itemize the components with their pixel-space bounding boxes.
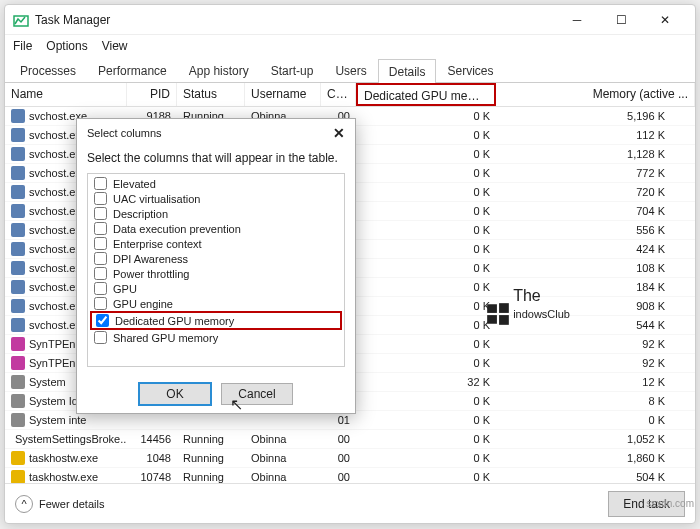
menu-options[interactable]: Options — [46, 39, 87, 53]
cell-pid: 14456 — [127, 432, 177, 446]
process-icon — [11, 470, 25, 483]
tab-app-history[interactable]: App history — [178, 58, 260, 82]
cell-gpu: 0 K — [356, 185, 496, 199]
cell-name: SystemSettingsBroke... — [5, 431, 127, 447]
cell-mem: 1,052 K — [496, 432, 695, 446]
tab-processes[interactable]: Processes — [9, 58, 87, 82]
tab-services[interactable]: Services — [436, 58, 504, 82]
cell-mem: 12 K — [496, 375, 695, 389]
cell-status — [177, 419, 245, 421]
minimize-button[interactable]: ─ — [555, 6, 599, 34]
column-option[interactable]: Data execution prevention — [90, 221, 342, 236]
column-option[interactable]: Enterprise context — [90, 236, 342, 251]
cell-user: Obinna — [245, 432, 321, 446]
column-checkbox[interactable] — [94, 177, 107, 190]
cell-status: Running — [177, 470, 245, 483]
cell-gpu: 0 K — [356, 470, 496, 483]
cell-gpu: 0 K — [356, 337, 496, 351]
table-row[interactable]: taskhostw.exe1048RunningObinna000 K1,860… — [5, 449, 695, 468]
menubar: File Options View — [5, 35, 695, 57]
tab-performance[interactable]: Performance — [87, 58, 178, 82]
fewer-details-label: Fewer details — [39, 498, 104, 510]
column-option[interactable]: DPI Awareness — [90, 251, 342, 266]
cell-gpu: 0 K — [356, 128, 496, 142]
column-option[interactable]: GPU engine — [90, 296, 342, 311]
column-label: Elevated — [113, 178, 156, 190]
menu-view[interactable]: View — [102, 39, 128, 53]
col-username[interactable]: Username — [245, 83, 321, 106]
process-icon — [11, 109, 25, 123]
column-option[interactable]: Shared GPU memory — [90, 330, 342, 345]
column-checkbox[interactable] — [94, 207, 107, 220]
col-dedicated-gpu-memory[interactable]: Dedicated GPU memory — [356, 83, 496, 106]
process-icon — [11, 394, 25, 408]
cell-cpu: 00 — [321, 432, 356, 446]
cell-gpu: 0 K — [356, 204, 496, 218]
column-checkbox[interactable] — [94, 237, 107, 250]
chevron-up-icon: ^ — [15, 495, 33, 513]
close-button[interactable]: ✕ — [643, 6, 687, 34]
column-label: DPI Awareness — [113, 253, 188, 265]
cell-name: taskhostw.exe — [5, 469, 127, 483]
column-checkbox[interactable] — [94, 267, 107, 280]
column-option[interactable]: Power throttling — [90, 266, 342, 281]
app-icon — [13, 12, 29, 28]
fewer-details-button[interactable]: ^ Fewer details — [15, 495, 104, 513]
column-checkbox[interactable] — [94, 282, 107, 295]
col-name[interactable]: Name — [5, 83, 127, 106]
col-cpu[interactable]: CPU — [321, 83, 356, 106]
process-icon — [11, 166, 25, 180]
cell-gpu: 32 K — [356, 375, 496, 389]
table-row[interactable]: SystemSettingsBroke...14456RunningObinna… — [5, 430, 695, 449]
column-label: Shared GPU memory — [113, 332, 218, 344]
cell-gpu: 0 K — [356, 451, 496, 465]
maximize-button[interactable]: ☐ — [599, 6, 643, 34]
cell-mem: 1,860 K — [496, 451, 695, 465]
dialog-description: Select the columns that will appear in t… — [77, 147, 355, 173]
table-row[interactable]: taskhostw.exe10748RunningObinna000 K504 … — [5, 468, 695, 483]
column-option[interactable]: GPU — [90, 281, 342, 296]
cell-mem: 504 K — [496, 470, 695, 483]
column-label: Enterprise context — [113, 238, 202, 250]
column-label: Dedicated GPU memory — [115, 315, 234, 327]
dialog-close-button[interactable]: ✕ — [333, 125, 345, 141]
col-memory[interactable]: Memory (active ... — [496, 83, 695, 106]
column-option[interactable]: Dedicated GPU memory — [90, 311, 342, 330]
column-option[interactable]: Description — [90, 206, 342, 221]
tab-details[interactable]: Details — [378, 59, 437, 83]
cell-gpu: 0 K — [356, 109, 496, 123]
cell-mem: 108 K — [496, 261, 695, 275]
cell-user — [245, 419, 321, 421]
column-checkbox[interactable] — [94, 252, 107, 265]
window-title: Task Manager — [35, 13, 110, 27]
cell-pid: 10748 — [127, 470, 177, 483]
cell-user: Obinna — [245, 451, 321, 465]
menu-file[interactable]: File — [13, 39, 32, 53]
cell-name: taskhostw.exe — [5, 450, 127, 466]
column-checkbox[interactable] — [94, 192, 107, 205]
tab-startup[interactable]: Start-up — [260, 58, 325, 82]
column-checkbox[interactable] — [96, 314, 109, 327]
col-pid[interactable]: PID — [127, 83, 177, 106]
cell-mem: 556 K — [496, 223, 695, 237]
process-icon — [11, 299, 25, 313]
column-checkbox[interactable] — [94, 222, 107, 235]
cancel-button[interactable]: Cancel — [221, 383, 293, 405]
column-label: GPU engine — [113, 298, 173, 310]
column-label: UAC virtualisation — [113, 193, 200, 205]
cell-cpu: 00 — [321, 470, 356, 483]
cell-mem: 720 K — [496, 185, 695, 199]
process-icon — [11, 204, 25, 218]
column-option[interactable]: UAC virtualisation — [90, 191, 342, 206]
column-label: Power throttling — [113, 268, 189, 280]
cell-user: Obinna — [245, 470, 321, 483]
ok-button[interactable]: OK — [139, 383, 211, 405]
column-option[interactable]: Elevated — [90, 176, 342, 191]
column-checkbox[interactable] — [94, 331, 107, 344]
tab-users[interactable]: Users — [324, 58, 377, 82]
col-status[interactable]: Status — [177, 83, 245, 106]
cell-status: Running — [177, 451, 245, 465]
column-checkbox[interactable] — [94, 297, 107, 310]
cell-gpu: 0 K — [356, 223, 496, 237]
columns-list[interactable]: ElevatedUAC virtualisationDescriptionDat… — [87, 173, 345, 367]
